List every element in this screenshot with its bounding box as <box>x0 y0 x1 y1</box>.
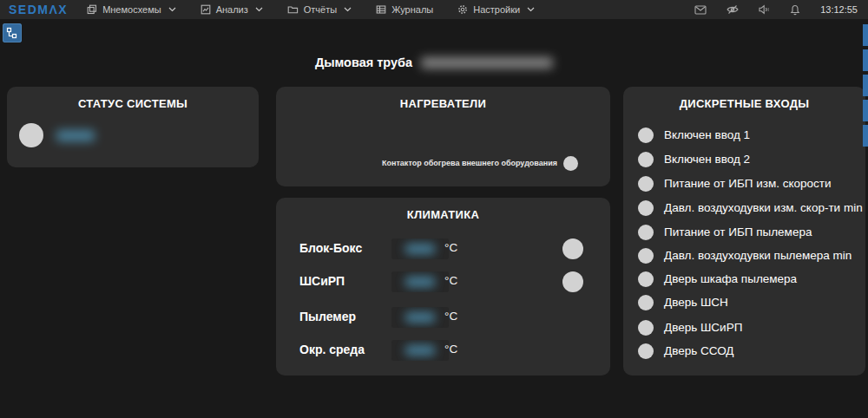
discrete-indicator <box>638 295 654 310</box>
reports-icon <box>287 4 299 15</box>
discrete-indicator <box>638 320 654 336</box>
page-title-redacted-text <box>421 57 553 69</box>
panel-title: СТАТУС СИСТЕМЫ <box>7 97 259 110</box>
discrete-indicator <box>638 200 654 216</box>
menu-item-label: Отчёты <box>304 4 337 15</box>
panel-title: ДИСКРЕТНЫЕ ВХОДЫ <box>623 97 865 110</box>
contactor-indicator <box>563 156 578 171</box>
climate-row: ШСиРП °C <box>276 271 610 292</box>
discrete-indicator <box>638 343 654 359</box>
panel-title: КЛИМАТИКА <box>276 208 610 221</box>
discrete-label: Дверь ССОД <box>664 344 734 357</box>
climate-row: Блок-Бокс °C <box>276 238 610 259</box>
discrete-row: Дверь ШСН <box>623 295 865 310</box>
menu-item-settings[interactable]: Настройки <box>457 4 535 15</box>
panel-heaters: НАГРЕВАТЕЛИ Фланец КИПиА °C Контактор об… <box>276 87 610 186</box>
climate-row: Окр. среда °C <box>276 340 610 361</box>
panel-system-status: СТАТУС СИСТЕМЫ <box>7 87 259 167</box>
panel-title: НАГРЕВАТЕЛИ <box>276 97 610 110</box>
discrete-label: Включен ввод 2 <box>664 153 750 166</box>
contactor-label: Контактор обогрева внешнего оборудования <box>276 159 557 167</box>
discrete-row: Включен ввод 1 <box>623 127 865 143</box>
discrete-label: Дверь ШСН <box>664 296 728 309</box>
sedmax-app: SEDMΛX Мнемосхемы Анализ <box>0 0 868 418</box>
climate-row-label: ШСиРП <box>299 274 345 288</box>
discrete-row: Питание от ИБП пылемера <box>623 225 865 240</box>
mnemonics-icon <box>87 4 97 15</box>
discrete-row: Давл. воздуходувки изм. скор-ти min <box>623 200 865 216</box>
tree-toggle-button[interactable] <box>3 23 22 42</box>
discrete-label: Дверь ШСиРП <box>664 321 742 334</box>
climate-indicator <box>562 238 583 259</box>
menu-item-label: Журналы <box>391 4 433 15</box>
climate-value-redacted <box>391 307 449 328</box>
right-edge-clipped-button[interactable] <box>863 75 868 96</box>
menu-item-label: Мнемосхемы <box>102 4 161 15</box>
mail-icon[interactable] <box>694 5 707 15</box>
chevron-down-icon <box>344 7 352 12</box>
clock-time: 13:12:55 <box>820 4 858 15</box>
climate-unit: °C <box>444 274 457 287</box>
right-edge-clipped-button[interactable] <box>863 49 868 71</box>
chevron-down-icon <box>527 7 535 12</box>
climate-row-label: Окр. среда <box>299 343 365 356</box>
climate-unit: °C <box>444 310 457 323</box>
discrete-row: Дверь шкафа пылемера <box>623 271 865 287</box>
page-title: Дымовая труба <box>0 54 868 71</box>
climate-row-label: Пылемер <box>299 310 356 323</box>
status-indicator <box>19 123 43 147</box>
eye-off-icon[interactable] <box>727 4 739 15</box>
right-edge-clipped-button[interactable] <box>863 125 868 147</box>
analysis-icon <box>201 4 211 15</box>
discrete-indicator <box>638 271 654 287</box>
discrete-indicator <box>638 176 654 192</box>
chevron-down-icon <box>255 7 263 12</box>
discrete-row: Давл. воздуходувки пылемера min <box>623 248 865 264</box>
status-value-redacted <box>50 127 101 143</box>
menu-item-reports[interactable]: Отчёты <box>287 4 352 15</box>
discrete-row: Дверь ССОД <box>623 343 865 359</box>
right-edge-clipped-button[interactable] <box>863 24 868 46</box>
climate-unit: °C <box>444 241 457 254</box>
menu-item-label: Настройки <box>473 4 520 15</box>
discrete-row: Питание от ИБП изм. скорости <box>623 176 865 192</box>
discrete-indicator <box>638 225 654 240</box>
discrete-indicator <box>638 152 654 167</box>
settings-icon <box>457 4 468 15</box>
climate-row-label: Блок-Бокс <box>299 241 362 255</box>
discrete-label: Дверь шкафа пылемера <box>664 272 797 285</box>
panel-climate: КЛИМАТИКА Блок-Бокс °C ШСиРП °C Пылемер … <box>276 198 610 376</box>
climate-value-redacted <box>391 271 449 292</box>
menu-item-mnemonics[interactable]: Мнемосхемы <box>87 4 176 15</box>
discrete-label: Давл. воздуходувки пылемера min <box>664 249 852 262</box>
climate-unit: °C <box>444 343 457 356</box>
discrete-label: Давл. воздуходувки изм. скор-ти min <box>664 201 863 214</box>
chevron-down-icon <box>168 7 176 12</box>
discrete-row: Дверь ШСиРП <box>623 320 865 336</box>
climate-value-redacted <box>391 238 449 259</box>
page-title-text: Дымовая труба <box>315 56 412 69</box>
climate-value-redacted <box>391 340 449 361</box>
bell-icon[interactable] <box>790 4 800 16</box>
discrete-indicator <box>638 127 654 143</box>
volume-icon[interactable] <box>759 4 770 15</box>
top-menu-bar: SEDMΛX Мнемосхемы Анализ <box>0 0 868 19</box>
menu-item-label: Анализ <box>216 4 248 15</box>
main-menu: Мнемосхемы Анализ Отчёты <box>87 4 535 15</box>
right-edge-clipped-button[interactable] <box>863 100 868 121</box>
climate-indicator <box>562 271 583 292</box>
climate-row: Пылемер °C <box>276 307 610 328</box>
discrete-label: Питание от ИБП изм. скорости <box>664 177 832 190</box>
discrete-indicator <box>638 248 654 264</box>
menu-item-analysis[interactable]: Анализ <box>201 4 263 15</box>
discrete-row: Включен ввод 2 <box>623 152 865 167</box>
menu-item-journals[interactable]: Журналы <box>376 4 433 15</box>
panel-discrete-inputs: ДИСКРЕТНЫЕ ВХОДЫ Включен ввод 1 Включен … <box>623 87 865 376</box>
journals-icon <box>376 4 386 15</box>
discrete-label: Питание от ИБП пылемера <box>664 225 812 238</box>
status-icons: 13:12:55 <box>694 4 858 16</box>
tree-icon <box>6 27 18 39</box>
sedmax-logo: SEDMΛX <box>9 3 68 16</box>
discrete-label: Включен ввод 1 <box>664 128 750 141</box>
